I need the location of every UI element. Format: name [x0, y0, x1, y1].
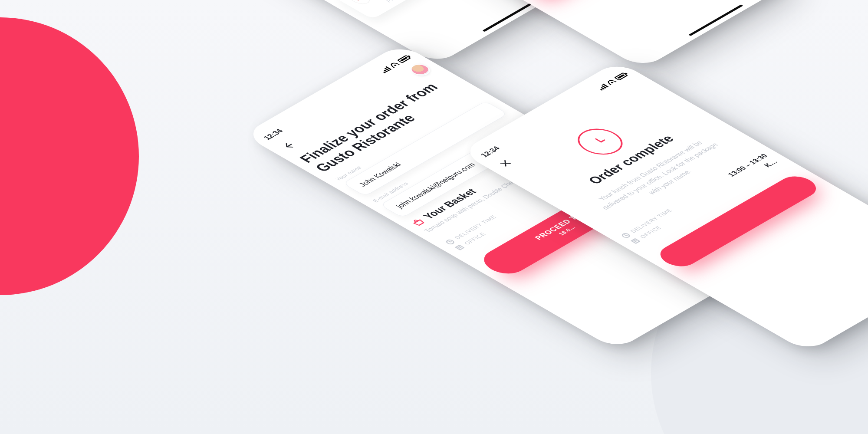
arrow-left-icon [279, 141, 297, 151]
home-indicator [688, 4, 743, 36]
wifi-icon [389, 62, 400, 68]
svg-rect-7 [456, 245, 464, 250]
bg-accent-circle [0, 17, 139, 295]
signal-icon [597, 84, 609, 91]
battery-icon [614, 72, 628, 81]
basket-icon [409, 217, 427, 227]
building-icon [629, 237, 642, 245]
clock: 12:34 [479, 145, 502, 159]
close-icon [497, 159, 513, 168]
avatar[interactable] [408, 63, 432, 77]
back-button[interactable] [277, 139, 299, 152]
restaurant-logo: BP [345, 0, 374, 7]
list-item[interactable]: BP Brooklyn Pizza 13:00 – 13:30 LUNCH SE… [332, 0, 515, 20]
delivery-value: 13:00 – 13:30 [726, 153, 769, 178]
home-indicator [482, 0, 537, 32]
showcase-stage: 12:34 PH Pizza Hut 12:30 – 13 [0, 0, 868, 434]
show-results-button[interactable]: SHOW RESULTS 8 restaurants [508, 0, 683, 1]
signal-icon [380, 66, 392, 73]
svg-rect-9 [631, 239, 640, 243]
clock-icon [444, 238, 457, 246]
building-icon [453, 244, 466, 251]
office-value: K… [762, 158, 779, 168]
clock-icon [619, 232, 632, 239]
battery-icon [397, 55, 411, 63]
phone-restaurant-list: 12:34 PH Pizza Hut 12:30 – 13 [76, 0, 572, 52]
primary-button[interactable] [653, 172, 823, 271]
clock: 12:34 [262, 128, 285, 141]
restaurant-list: PH Pizza Hut 12:30 – 13:30 SUSHI · SOUPS… [123, 0, 515, 20]
close-button[interactable] [494, 157, 516, 170]
wifi-icon [606, 79, 617, 85]
restaurant-tags: LUNCH SETS · SANDWICHES · ITALIAN · PAST… [380, 0, 504, 3]
